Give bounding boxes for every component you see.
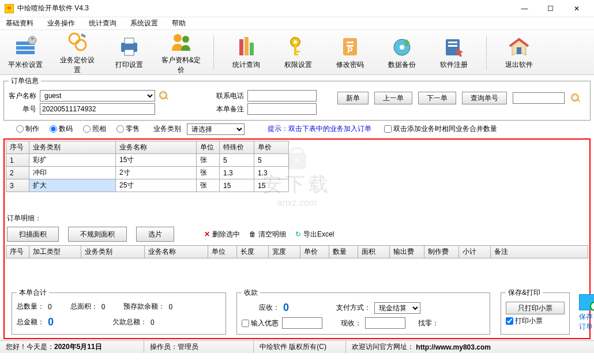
biztype-select[interactable]: 请选择 [187, 123, 245, 135]
th-no[interactable]: 序号 [6, 141, 29, 154]
svg-rect-20 [294, 54, 298, 55]
tool-permission[interactable]: 权限设置 [279, 35, 318, 70]
tool-exit[interactable]: 退出软件 [499, 35, 539, 70]
tool-register[interactable]: 软件注册 [434, 35, 473, 70]
svg-rect-15 [250, 43, 254, 55]
svg-rect-18 [294, 46, 296, 55]
save-order-button[interactable]: 保存订单 [579, 312, 594, 332]
svg-point-5 [69, 33, 80, 44]
save-print-group: 保存&打印 只打印小票 打印小票 [501, 288, 570, 335]
radio-retail[interactable]: 零售 [116, 124, 140, 134]
customer-select[interactable]: guest [40, 90, 155, 102]
svg-rect-9 [125, 38, 134, 44]
svg-point-17 [294, 40, 297, 44]
tool-pricing[interactable]: 业务定价设置 [58, 30, 97, 75]
menu-business[interactable]: 业务操作 [44, 17, 78, 29]
customer-label: 客户名称 [9, 91, 36, 101]
status-bar: 您好！今天是：2020年5月11日 操作员：管理员 中绘软件 版权所有(C) 欢… [0, 340, 594, 353]
th-price[interactable]: 单价 [254, 141, 289, 154]
delete-selected-link[interactable]: ✕删除选中 [204, 230, 240, 239]
scan-area-button[interactable]: 扫描面积 [7, 227, 59, 242]
svg-rect-13 [239, 39, 243, 55]
menu-basic[interactable]: 基础资料 [2, 17, 37, 29]
total-qty: 0 [48, 303, 52, 311]
received-input[interactable] [365, 317, 405, 329]
irregular-area-button[interactable]: 不规则面积 [68, 227, 127, 242]
th-sp[interactable]: 特殊价 [220, 141, 254, 154]
permission-icon [287, 35, 310, 58]
svg-rect-22 [347, 42, 354, 43]
menu-stats[interactable]: 统计查询 [85, 17, 120, 29]
password-icon: P [339, 35, 362, 58]
tool-customer[interactable]: 客户资料&定价 [161, 30, 201, 75]
trash-icon: 🗑 [249, 230, 256, 238]
select-photo-button[interactable]: 选片 [136, 227, 174, 242]
business-table: 安下载anxz.com 序号 业务类别 业务名称 单位 特殊价 单价 1彩扩15… [6, 141, 588, 210]
radio-photo[interactable]: 照相 [83, 124, 106, 134]
merge-checkbox[interactable]: 双击添加业务时相同业务合并数量 [384, 124, 497, 134]
website-url: http://www.my803.com [416, 343, 491, 351]
minimize-button[interactable]: — [512, 1, 537, 17]
svg-point-26 [400, 45, 404, 50]
stats-icon [235, 35, 258, 58]
change-label: 找零： [418, 318, 439, 328]
svg-rect-29 [448, 45, 457, 47]
pay-method-select[interactable]: 现金结算 [374, 302, 420, 314]
export-icon: ↻ [295, 230, 301, 238]
maximize-button[interactable]: ☐ [537, 1, 563, 17]
search-order-input[interactable] [513, 92, 565, 104]
prepaid-balance: 0 [168, 303, 172, 311]
svg-text:P: P [347, 46, 352, 55]
tool-print[interactable]: 打印设置 [110, 35, 149, 70]
delete-icon: ✕ [204, 230, 210, 238]
search-order-button[interactable]: 查询单号 [462, 92, 507, 104]
highlighted-area: 安下载anxz.com 序号 业务类别 业务名称 单位 特殊价 单价 1彩扩15… [3, 138, 591, 339]
menu-system[interactable]: 系统设置 [127, 17, 161, 29]
customer-icon [170, 30, 193, 53]
radio-digital[interactable]: 数码 [50, 124, 73, 134]
order-info-group: 订单信息 客户名称 guest 单号 联系电话 本单备注 新单 上一单 下一单 … [3, 76, 591, 121]
th-name[interactable]: 业务名称 [116, 141, 197, 154]
svg-rect-1 [16, 46, 35, 50]
svg-point-12 [182, 36, 189, 43]
order-info-legend: 订单信息 [9, 76, 41, 86]
tool-backup[interactable]: 数据备份 [382, 35, 422, 70]
prev-order-button[interactable]: 上一单 [374, 92, 412, 104]
search-customer-icon[interactable] [159, 91, 169, 101]
table-row[interactable]: 1彩扩15寸张55 [6, 154, 588, 167]
radio-make[interactable]: 制作 [16, 124, 39, 134]
copyright: 中绘软件 版权所有(C) [254, 341, 346, 353]
print-receipt-checkbox[interactable]: 打印小票 [506, 316, 543, 326]
next-order-button[interactable]: 下一单 [418, 92, 456, 104]
svg-rect-2 [16, 51, 35, 54]
discount-checkbox[interactable]: 输入优惠 [242, 318, 279, 328]
svg-rect-30 [517, 47, 521, 54]
register-icon [442, 35, 465, 58]
clear-detail-link[interactable]: 🗑清空明细 [249, 230, 286, 239]
svg-rect-14 [245, 37, 249, 55]
th-cat[interactable]: 业务类别 [29, 141, 116, 154]
print-receipt-button[interactable]: 只打印小票 [506, 302, 565, 314]
svg-rect-19 [294, 51, 300, 52]
orderno-input[interactable] [40, 103, 155, 115]
window-title: 中绘喷绘开单软件 V4.3 [17, 3, 512, 13]
close-button[interactable]: ✕ [563, 1, 589, 17]
phone-label: 联系电话 [216, 91, 244, 101]
tool-sqm-price[interactable]: 平米价设置 [6, 35, 45, 70]
save-icon[interactable] [579, 294, 594, 310]
total-area: 0 [101, 303, 106, 311]
table-row[interactable]: 2冲印2寸张1.31.3 [6, 167, 588, 179]
phone-input[interactable] [247, 90, 317, 102]
discount-input[interactable] [282, 317, 322, 329]
table-row[interactable]: 3扩大25寸张1515 [6, 179, 588, 192]
payment-group: 收款 应收：0 支付方式： 现金结算 输入优惠 现收： 找零： [236, 288, 490, 335]
tool-password[interactable]: P修改密码 [330, 35, 370, 70]
note-input[interactable] [247, 103, 317, 115]
tool-stats[interactable]: 统计查询 [227, 35, 266, 70]
export-excel-link[interactable]: ↻导出Excel [295, 230, 334, 239]
new-order-button[interactable]: 新单 [337, 92, 369, 104]
th-unit[interactable]: 单位 [197, 141, 220, 154]
search-order-icon[interactable] [570, 93, 581, 103]
menu-help[interactable]: 帮助 [168, 17, 189, 29]
totals-group: 本单合计 总数量：0 总面积：0 预存款余额：0 总金额：0 欠款总额：0 [12, 288, 226, 335]
